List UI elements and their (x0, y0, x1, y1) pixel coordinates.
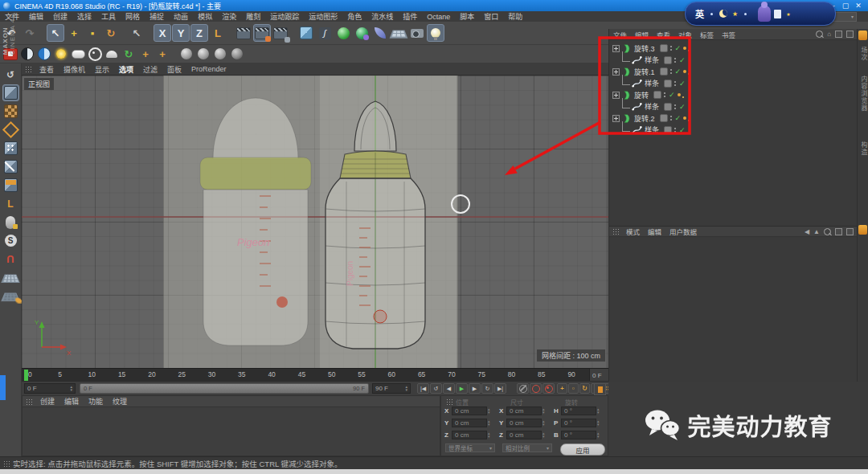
object-row[interactable]: 样条✓ (620, 78, 688, 89)
object-name[interactable]: 样条 (645, 125, 659, 135)
expand-toggle-icon[interactable] (612, 45, 620, 52)
coordinate-field[interactable]: 0 cm (506, 419, 542, 427)
coordinate-field[interactable]: 0 cm (452, 407, 487, 415)
menubar-item[interactable]: 编辑 (24, 11, 48, 22)
stepper-arrows-icon[interactable]: ▴▾ (488, 432, 490, 438)
stepper-arrows-icon[interactable]: ▴▾ (70, 386, 72, 391)
panel-grip[interactable] (26, 398, 32, 405)
visibility-dots-icon[interactable] (670, 46, 672, 47)
add-environment-button[interactable] (371, 24, 389, 42)
live-selection-button[interactable]: ↖ (47, 24, 64, 42)
material-tag-icon[interactable] (683, 70, 686, 73)
enabled-check-icon[interactable]: ✓ (679, 80, 686, 88)
menubar-item[interactable]: 创建 (48, 11, 72, 22)
ime-widget[interactable]: 英 ★ ★ (685, 2, 836, 26)
object-name[interactable]: 旋转.3 (634, 43, 655, 54)
stepper-arrows-icon[interactable]: ▴▾ (542, 408, 545, 414)
visibility-dots-icon[interactable] (674, 58, 676, 59)
expand-toggle-icon[interactable] (612, 68, 620, 76)
render-settings-button[interactable] (272, 24, 289, 42)
material-manager-menu-item[interactable]: 纹理 (108, 396, 132, 407)
workplane-grid-button[interactable] (2, 269, 19, 286)
magnet-snapping-button[interactable]: U (2, 251, 19, 268)
side-tab[interactable]: 构造 (859, 141, 868, 156)
menubar-item[interactable]: 插件 (398, 11, 422, 22)
up-arrow-icon[interactable]: ▲ (813, 228, 820, 235)
goto-end-button[interactable]: ▶| (494, 383, 506, 394)
menubar-item[interactable]: 工具 (96, 11, 121, 22)
material-manager-menu-item[interactable]: 功能 (84, 396, 108, 407)
visibility-dots-icon[interactable] (674, 128, 676, 129)
maximize-button[interactable]: ▢ (839, 1, 852, 10)
visibility-dots-icon[interactable] (664, 92, 665, 94)
layer-tag-icon[interactable] (653, 91, 661, 99)
layer-tag-icon[interactable] (660, 114, 668, 122)
enabled-check-icon[interactable]: ✓ (679, 56, 686, 64)
object-row[interactable]: 样条✓ (620, 55, 688, 66)
search-icon[interactable] (816, 31, 823, 38)
move-tool-button[interactable]: + (65, 24, 83, 42)
apply-button[interactable]: 应用 (560, 443, 605, 456)
stepper-arrows-icon[interactable]: ▴▾ (597, 408, 600, 414)
add-generator-button[interactable] (334, 24, 352, 42)
expand-toggle-icon[interactable] (612, 92, 620, 99)
preview-range-slider[interactable]: 0 F 90 F (80, 383, 369, 394)
render-to-picture-viewer-button[interactable] (253, 24, 271, 42)
menubar-item[interactable]: 模拟 (193, 11, 217, 22)
attributes-tab-icon[interactable] (858, 225, 867, 235)
menubar-item[interactable]: 运动跟踪 (265, 11, 304, 22)
add-deformer-button[interactable] (353, 24, 371, 42)
sphere-shade-4-button[interactable] (229, 46, 245, 62)
viewport-menu-item[interactable]: 显示 (90, 64, 114, 75)
add-spline-pen-button[interactable]: ʃ (316, 24, 334, 42)
visibility-dots-icon[interactable] (670, 69, 672, 71)
timeline-ruler[interactable]: 051015202530354045505560657075808590 0 F (22, 368, 608, 382)
object-manager-menu-item[interactable]: 对象 (674, 30, 696, 39)
scale-tool-button[interactable]: ▪ (84, 24, 101, 42)
previous-frame-button[interactable]: ◀ (443, 383, 455, 394)
record-keyframe-button[interactable] (517, 383, 529, 394)
viewport-menu-item[interactable]: 过滤 (138, 64, 162, 75)
add-camera-button[interactable] (408, 24, 426, 42)
layer-tag-icon[interactable] (664, 80, 672, 88)
add-primitive-cube-button[interactable] (297, 24, 315, 42)
object-manager-menu-item[interactable]: 书签 (718, 30, 739, 39)
next-frame-button[interactable]: ▶ (469, 383, 481, 394)
menubar-item[interactable]: 选择 (72, 11, 96, 22)
material-manager-menu-item[interactable]: 创建 (35, 396, 59, 407)
render-view-button[interactable] (235, 24, 252, 42)
end-frame-field[interactable]: 90 F ▴▾ (372, 383, 411, 394)
object-manager-menu-item[interactable]: 查看 (653, 30, 674, 39)
key-position-toggle[interactable]: + (557, 383, 567, 394)
make-editable-button[interactable]: ↺ (2, 66, 19, 83)
menubar-item[interactable]: Octane (422, 13, 455, 21)
viewport-menu-item[interactable]: 摄像机 (59, 64, 90, 75)
coordinate-field[interactable]: 0 ° (561, 407, 596, 415)
side-tab[interactable]: 内容浏览器 (859, 76, 868, 112)
view-label[interactable]: 正视图 (24, 78, 54, 90)
refresh-materials-button[interactable]: ↻ (121, 46, 137, 62)
lock-icon[interactable] (835, 228, 842, 235)
viewport-menu-item[interactable]: 面板 (162, 64, 186, 75)
object-manager-menu-item[interactable]: 标签 (696, 30, 718, 39)
edges-mode-button[interactable] (2, 158, 19, 175)
menubar-item[interactable]: 动画 (169, 11, 193, 22)
layer-tag-icon[interactable] (660, 67, 668, 76)
redo-button[interactable]: ↷ (21, 24, 39, 42)
frame-icon[interactable] (846, 31, 854, 38)
material-tag-icon[interactable] (678, 93, 681, 96)
viewport-menu-item[interactable]: ProRender (186, 65, 231, 73)
enabled-check-icon[interactable]: ✓ (669, 91, 675, 99)
layers-tab-icon[interactable] (858, 31, 867, 40)
sphere-shade-2-button[interactable] (195, 46, 211, 62)
lock-workplane-button[interactable] (2, 288, 19, 304)
size-mode-dropdown[interactable]: 相对比例▾ (502, 443, 552, 452)
target-display-button[interactable] (87, 46, 103, 62)
layer-tag-icon[interactable] (664, 126, 672, 134)
y-axis-lock-button[interactable]: Y (172, 24, 190, 42)
coordinate-field[interactable]: 0 cm (452, 419, 487, 427)
goto-start-button[interactable]: |◀ (417, 383, 429, 394)
visibility-dots-icon[interactable] (674, 104, 676, 106)
coordinate-field[interactable]: 0 cm (506, 431, 542, 439)
model-mode-button[interactable] (2, 84, 19, 101)
